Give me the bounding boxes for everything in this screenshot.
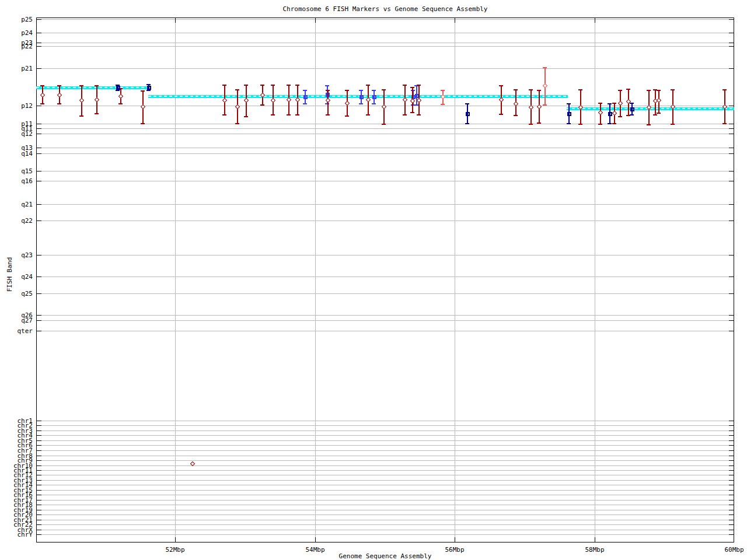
marker-nci-square-icon — [303, 95, 308, 99]
error-bar-cap-bottom — [118, 103, 123, 104]
error-bar-cap-bottom — [647, 124, 651, 125]
error-bar-cap-bottom — [630, 114, 634, 116]
error-bar-cap-bottom — [345, 116, 349, 117]
error-bar-cap-bottom — [222, 114, 226, 116]
error-bar-cap-bottom — [95, 113, 99, 114]
y-tick-label: q15 — [0, 167, 33, 175]
x-tick-label: 60Mbp — [717, 546, 747, 554]
y-tick-label: q14 — [0, 150, 33, 158]
error-bar-cap-bottom — [543, 104, 547, 106]
marker-fhcrc-square-icon — [147, 86, 151, 90]
error-bar-cap-bottom — [618, 116, 622, 117]
x-tick-label: 58Mbp — [577, 546, 612, 554]
y-tick-label: p21 — [0, 65, 33, 72]
error-bar-cap-top — [372, 90, 376, 91]
error-bar-cap-top — [465, 103, 469, 104]
error-bar-cap-bottom — [271, 114, 275, 116]
error-bar-cap-bottom — [403, 114, 407, 116]
error-bar-cap-top — [271, 85, 275, 86]
error-bar-cap-bottom — [529, 124, 533, 125]
error-bar-cap-top — [499, 85, 503, 86]
error-bar-cap-bottom — [441, 104, 445, 105]
y-tick-label: chrY — [0, 531, 33, 538]
x-tick-label: 56Mbp — [437, 546, 472, 554]
error-bar-cap-top — [345, 90, 349, 91]
error-bar-cap-top — [141, 90, 145, 92]
error-bar-cap-bottom — [414, 104, 418, 106]
error-bar-cap-top — [578, 89, 582, 90]
error-bar-cap-bottom — [295, 114, 299, 116]
error-bar-cap-top — [95, 85, 99, 86]
error-bar-cap-bottom — [514, 115, 518, 116]
assembly-band-dashes — [148, 96, 568, 97]
error-bar-cap-top — [567, 103, 571, 104]
error-bar-cap-bottom — [499, 114, 503, 115]
y-tick-label: q23 — [0, 251, 33, 259]
error-bar-cap-top — [543, 67, 547, 68]
y-tick-label: qter — [0, 327, 33, 335]
error-bar-cap-bottom — [141, 123, 145, 124]
error-bar-cap-top — [537, 90, 541, 91]
y-tick-label: q24 — [0, 273, 33, 281]
y-tick-label: q21 — [0, 201, 33, 208]
error-bar-cap-top — [359, 90, 363, 91]
error-bar-cap-top — [382, 89, 386, 90]
y-tick-label: q25 — [0, 290, 33, 298]
assembly-band-segment — [148, 95, 568, 98]
y-tick-label: q12 — [0, 130, 33, 138]
assembly-band-segment — [36, 86, 148, 89]
marker-fhcrc-square-icon — [567, 112, 571, 116]
error-bar-cap-top — [40, 85, 44, 86]
error-bar-cap-top — [295, 85, 299, 86]
error-bar-cap-top — [326, 90, 330, 91]
y-tick-label: p22 — [0, 43, 33, 50]
error-bar-cap-bottom — [657, 113, 661, 114]
error-bar-cap-bottom — [235, 123, 239, 124]
error-bar-cap-bottom — [244, 116, 248, 117]
marker-fhcrc-square-icon — [608, 112, 612, 116]
error-bar-cap-top — [722, 89, 727, 90]
error-bar-cap-top — [626, 89, 630, 90]
error-bar-cap-bottom — [382, 124, 386, 125]
error-bar-cap-bottom — [612, 123, 616, 124]
error-bar-cap-bottom — [372, 103, 376, 104]
error-bar-cap-bottom — [116, 90, 120, 91]
error-bar-cap-top — [403, 85, 407, 86]
y-tick-label: p25 — [0, 16, 33, 23]
error-bar-cap-top — [618, 90, 622, 91]
y-tick-label: p12 — [0, 102, 33, 110]
error-bar-cap-top — [671, 89, 675, 90]
y-tick-label: q22 — [0, 217, 33, 225]
assembly-band-dashes — [36, 87, 148, 88]
error-bar-cap-bottom — [57, 103, 61, 104]
error-bar-cap-top — [325, 85, 329, 86]
error-bar-cap-bottom — [465, 123, 469, 124]
error-bar-cap-top — [57, 85, 61, 86]
error-bar-cap-top — [612, 103, 616, 104]
marker-fhcrc-square-icon — [630, 107, 634, 111]
error-bar-cap-top — [514, 89, 518, 90]
error-bar-cap-bottom — [366, 114, 370, 116]
error-bar-cap-top — [303, 90, 307, 91]
error-bar-cap-bottom — [567, 123, 571, 124]
error-bar-cap-bottom — [671, 124, 675, 125]
error-bar-cap-bottom — [359, 103, 363, 104]
error-bar-cap-top — [235, 89, 239, 90]
error-bar-cap-top — [598, 103, 602, 104]
error-bar-cap-top — [366, 85, 370, 86]
error-bar-cap-bottom — [146, 90, 151, 91]
error-bar-cap-top — [417, 85, 421, 86]
error-bar-cap-top — [287, 85, 291, 86]
error-bar-cap-bottom — [287, 114, 291, 116]
error-bar-cap-bottom — [722, 123, 727, 124]
marker-fhcrc-square-icon — [466, 112, 470, 116]
y-tick-label: q27 — [0, 317, 33, 324]
marker-nci-square-icon — [372, 95, 376, 99]
error-bar-cap-bottom — [326, 114, 330, 116]
error-bar-cap-bottom — [537, 123, 541, 124]
error-bar-cap-bottom — [79, 116, 83, 117]
y-tick-label: q16 — [0, 177, 33, 185]
error-bar-cap-bottom — [598, 124, 602, 125]
x-tick-label: 52Mbp — [158, 546, 193, 554]
error-bar-cap-bottom — [303, 103, 307, 104]
